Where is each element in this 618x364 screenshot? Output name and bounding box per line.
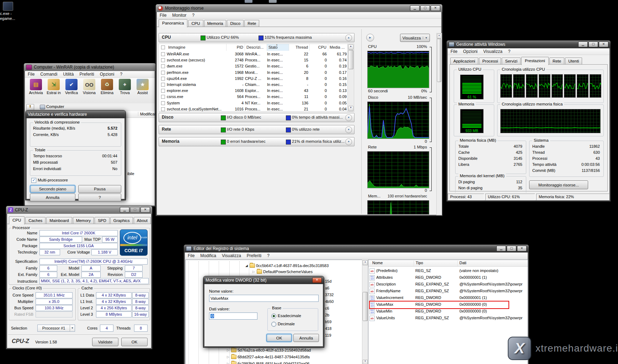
cancel-button[interactable]: Annulla [293,334,319,342]
winrar-menu-utilit[interactable]: Utilità [60,71,76,77]
dialog-titlebar[interactable]: Valutazione e verifica hardware [26,110,126,118]
regedit-menu-visualizza[interactable]: Visualizza [219,253,244,259]
col-nome[interactable]: Nome [371,261,414,266]
hex-radio[interactable] [271,314,276,319]
cpuz-tab-about[interactable]: About [134,217,151,224]
tree-item[interactable]: ◢0cc5b647-c1df-4637-891a-dec35c318583 [245,264,329,268]
resmon-tab-rete[interactable]: Rete [244,20,259,27]
col-thread[interactable]: Thread [289,44,310,51]
network-section-bar[interactable]: Rete I/O rete 0 Kbps 0% utilizzo rete ▼ [159,125,355,134]
row-checkbox[interactable] [161,64,165,68]
resmon-tab-panoramica[interactable]: Panoramica [159,19,187,27]
taskmgr-tab-servizi[interactable]: Servizi [502,58,521,65]
registry-value-row[interactable]: 011110AttributesREG_DWORD0x00000001 (1) [368,275,528,281]
hex-radio-label[interactable]: Esadecimale [278,314,301,318]
regedit-menu-[interactable]: ? [264,253,272,259]
decimal-radio-label[interactable]: Decimale [278,322,295,326]
minimize-button[interactable]: ▁ [496,246,506,251]
cpuz-tab-caches[interactable]: Caches [25,217,46,224]
toolbar-elimina-button[interactable]: ♻Elimina [98,79,116,95]
col-tipo[interactable]: Tipo [414,261,458,266]
regedit-menu-preferiti[interactable]: Preferiti [244,253,264,259]
resmon-menu-file[interactable]: File [157,12,169,18]
value-name-field[interactable]: ValueMax [209,295,319,302]
registry-value-row[interactable]: 011110ValueIncrementREG_DWORD0x00000001 … [368,295,528,301]
validate-button[interactable]: Validate [92,338,118,346]
taskmgr-tab-utenti[interactable]: Utenti [565,58,582,65]
regedit-titlebar[interactable]: Editor del Registro di sistema ▁ ▢ ✕ [184,245,529,252]
cpuz-tab-memory[interactable]: Memory [73,217,94,224]
toolbar-verifica-button[interactable]: ✔Verifica [63,79,80,95]
collapsed-triangle-icon[interactable]: ▷ [227,362,230,364]
scroll-down-icon[interactable]: ▼ [348,106,353,111]
collapsed-triangle-icon[interactable]: ▷ [227,355,230,359]
taskmgr-tab-applicazioni[interactable]: Applicazioni [450,58,478,65]
winrar-titlebar[interactable]: Computer - WinRAR (copia di valutazione) [24,63,156,71]
col-pid[interactable]: PID [227,44,245,51]
multiprocessor-checkbox[interactable]: ✓ [31,178,36,183]
background-button[interactable]: Secondo piano [30,185,75,193]
address-crumb[interactable]: Computer [46,104,64,109]
scroll-up-icon[interactable]: ▲ [437,34,441,39]
maximize-button[interactable]: ▢ [588,42,598,47]
process-row[interactable]: perfmon.exe1968Monit...In esec...2000.17 [159,70,348,76]
registry-values-pane[interactable]: Nome Tipo Dati ab(Predefinito)REG_SZ(val… [368,260,528,364]
row-checkbox[interactable] [161,89,165,93]
registry-value-row[interactable]: 011110ValueMinREG_DWORD0x00000000 (0) [368,308,528,315]
toolbar-estraiin-button[interactable]: ⇲Estrai in [45,79,63,95]
scrollbar-thumb[interactable] [363,292,368,321]
registry-value-row[interactable]: abValueUnitsREG_EXPAND_SZ@%SystemRoot%\s… [368,315,528,321]
winrar-menu-file[interactable]: File [25,71,37,77]
cpuz-tab-cpu[interactable]: CPU [9,216,25,224]
desktop-icon[interactable] [3,2,13,11]
taskmgr-tab-rete[interactable]: Rete [549,58,564,65]
regedit-menu-modifica[interactable]: Modifica [197,253,219,259]
tree-item[interactable]: ▷6c2993b0-8f48-481f-bcc6-00dd2742aa06 [227,362,309,364]
row-checkbox[interactable] [161,83,165,87]
toolbar-archivia-button[interactable]: ▤Archivia [27,79,45,95]
close-button[interactable]: ✕ [140,207,150,213]
row-checkbox[interactable] [161,101,165,105]
up-folder-button[interactable]: ⬆ [26,104,34,111]
value-data-input[interactable]: 0 [209,313,257,320]
dialog-titlebar[interactable]: Modifica valore DWORD (32 bit) ✕ [203,276,324,284]
process-row[interactable]: cpuz64.exe1992CPU-Z ...In esec...800.16 [159,76,348,82]
close-button[interactable]: ✕ [599,42,608,47]
col-cpu[interactable]: CPU [310,44,328,51]
select-all-checkbox[interactable] [161,45,165,49]
resmon-tab-cpu[interactable]: CPU [188,20,203,27]
expand-chevron-icon[interactable]: ▼ [345,114,352,121]
taskmgr-tab-prestazioni[interactable]: Prestazioni [521,57,549,65]
close-button[interactable]: ✕ [517,246,527,251]
ok-button[interactable]: OK [266,334,292,342]
col-media[interactable]: Media ... [328,44,348,51]
winrar-menu-[interactable]: ? [117,71,125,77]
resmon-menu-[interactable]: ? [189,12,197,18]
view-dropdown-button[interactable]: Visualizza ▼ [400,34,430,42]
toolbar-trova-button[interactable]: ⌖Trova [116,79,134,95]
toolbar-visiona-button[interactable]: OOVisiona [80,79,98,95]
tree-scrollbar[interactable]: ▲ ▼ [362,260,368,364]
close-button[interactable]: ✕ [312,277,322,283]
scroll-down-icon[interactable]: ▼ [363,360,368,364]
panel-scrollbar[interactable]: ▲ [436,33,442,215]
cpuz-tab-graphics[interactable]: Graphics [110,217,133,224]
taskmgr-menu-visualizza[interactable]: Visualizza [480,49,505,54]
col-stato-sorted[interactable]: Stato [267,44,289,51]
decimal-radio[interactable] [271,322,276,327]
process-row[interactable]: System4NT Ker...In esec...13600.05 [159,100,348,106]
cancel-button[interactable]: Annulla [30,194,75,201]
winrar-menu-preferiti[interactable]: Preferiti [76,71,97,77]
winrar-menu-comandi[interactable]: Comandi [37,71,60,77]
row-checkbox[interactable] [161,77,165,81]
maximize-button[interactable]: ▢ [507,246,516,251]
process-row[interactable]: csrss.exe564Proces...In esec...1100.09 [159,94,348,100]
scroll-up-icon[interactable]: ▲ [363,260,368,265]
resource-monitor-button[interactable]: Monitoraggio risorse... [529,180,588,189]
process-row[interactable]: dwm.exe1572Gestio...In esec...600.19 [159,63,348,69]
disk-section-bar[interactable]: Disco I/O disco 0 MB/sec 0% tempo di att… [159,113,355,122]
resmon-titlebar[interactable]: Monitoraggio risorse ▁ ▢ ✕ [156,4,442,12]
tree-item[interactable]: ▷5d76a2ca-e8c0-402f-a133-2158492d58ad [227,348,311,352]
taskmgr-menu-opzioni[interactable]: Opzioni [460,49,480,54]
maximize-button[interactable]: ▢ [130,207,140,213]
